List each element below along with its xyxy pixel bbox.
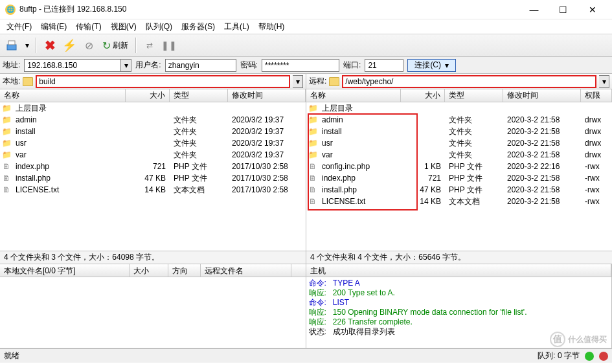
column-header[interactable]: 主机 (306, 264, 612, 277)
local-label: 本地: (3, 76, 20, 87)
lightning-icon[interactable]: ⚡ (61, 37, 78, 54)
address-label: 地址: (3, 60, 20, 71)
window-title: 8uftp - 已连接到 192.168.8.150 (19, 4, 519, 15)
delete-icon[interactable]: ✖ (41, 37, 58, 54)
remote-path-input[interactable]: /web/typecho/ (342, 75, 596, 88)
folder-icon: 📁 (308, 139, 318, 148)
menu-item[interactable]: 工具(L) (220, 20, 253, 34)
column-header[interactable]: 本地文件名[0/0 字节] (0, 264, 130, 277)
column-header[interactable]: 权限 (581, 89, 612, 102)
file-icon: 🗎 (1, 185, 12, 194)
file-icon: 🗎 (1, 174, 12, 183)
user-label: 用户名: (135, 60, 161, 71)
column-header[interactable]: 大小 (130, 264, 168, 277)
remote-path-dropdown-icon[interactable]: ▾ (599, 75, 609, 88)
column-header[interactable]: 修改时间 (503, 89, 581, 102)
up-icon: 📁 (1, 104, 12, 113)
file-row[interactable]: 📁usr文件夹2020-3-2 21:58drwx (306, 137, 612, 149)
column-header[interactable]: 类型 (170, 89, 228, 102)
local-path-input[interactable]: build (36, 75, 290, 88)
connect-button[interactable]: 连接(C)▾ (407, 59, 456, 72)
maximize-button[interactable]: ☐ (549, 1, 578, 19)
menu-item[interactable]: 视图(V) (107, 20, 141, 34)
menu-item[interactable]: 帮助(H) (255, 20, 289, 34)
menu-item[interactable]: 队列(Q) (142, 20, 176, 34)
file-icon: 🗎 (308, 162, 318, 171)
address-input[interactable] (24, 59, 121, 72)
queue-list[interactable] (0, 277, 306, 348)
port-label: 端口: (343, 60, 361, 71)
column-header[interactable]: 修改时间 (228, 89, 306, 102)
status-text: 就绪 (4, 350, 19, 361)
column-header[interactable]: 方向 (168, 264, 201, 277)
file-row[interactable]: 📁usr文件夹2020/3/2 19:37 (0, 137, 306, 149)
watermark: 值什么值得买 (550, 332, 607, 347)
file-row[interactable]: 📁var文件夹2020/3/2 19:37 (0, 149, 306, 161)
pass-label: 密码: (240, 60, 258, 71)
password-input[interactable] (262, 59, 339, 72)
file-row[interactable]: 🗎install.php47 KBPHP 文件2017/10/30 2:58 (0, 172, 306, 184)
folder-icon: 📁 (1, 150, 12, 159)
app-icon: 🌐 (5, 5, 16, 15)
folder-icon: 📁 (308, 127, 318, 136)
stop-icon[interactable]: ⊘ (80, 37, 97, 54)
file-row[interactable]: 🗎index.php721PHP 文件2017/10/30 2:58 (0, 161, 306, 172)
file-row[interactable]: 🗎index.php721PHP 文件2020-3-2 21:58-rwx (306, 172, 612, 184)
menu-item[interactable]: 文件(F) (3, 20, 36, 34)
menu-item[interactable]: 编辑(E) (37, 20, 71, 34)
dropdown-icon[interactable]: ▾ (23, 37, 31, 54)
pause-icon[interactable]: ❚❚ (161, 37, 177, 54)
file-row[interactable]: 🗎LICENSE.txt14 KB文本文档2017/10/30 2:58 (0, 184, 306, 196)
queue-status: 队列: 0 字节 (538, 350, 580, 361)
file-row[interactable]: 📁var文件夹2020-3-2 21:58drwx (306, 149, 612, 161)
username-input[interactable] (165, 59, 236, 72)
file-row[interactable]: 📁install文件夹2020/3/2 19:37 (0, 126, 306, 137)
column-header[interactable]: 大小 (401, 89, 445, 102)
status-dot-green (585, 352, 594, 361)
updir-row[interactable]: 📁上层目录 (306, 102, 612, 114)
folder-icon: 📁 (308, 115, 318, 124)
folder-icon: 📁 (1, 139, 12, 148)
column-header[interactable]: 类型 (445, 89, 503, 102)
minimize-button[interactable]: ― (519, 1, 549, 19)
column-header[interactable]: 名称 (0, 89, 126, 102)
refresh-button[interactable]: ↻刷新 (100, 40, 131, 52)
remote-label: 远程: (309, 76, 326, 87)
file-row[interactable]: 🗎config.inc.php1 KBPHP 文件2020-3-2 22:16-… (306, 161, 612, 172)
updir-row[interactable]: 📁上层目录 (0, 102, 306, 114)
svg-rect-0 (7, 45, 16, 50)
column-header[interactable]: 名称 (306, 89, 401, 102)
toggle1-icon[interactable]: ⇄ (141, 37, 158, 54)
up-icon: 📁 (308, 104, 318, 113)
file-icon: 🗎 (308, 197, 318, 206)
folder-icon (23, 77, 33, 86)
file-row[interactable]: 📁install文件夹2020-3-2 21:58drwx (306, 126, 612, 137)
address-dropdown-icon[interactable]: ▾ (121, 59, 131, 72)
file-row[interactable]: 🗎LICENSE.txt14 KB文本文档2020-3-2 21:58-rwx (306, 196, 612, 207)
local-status: 4 个文件夹和 3 个文件，大小：64098 字节。 (0, 251, 306, 264)
close-button[interactable]: ✕ (578, 1, 607, 19)
folder-icon: 📁 (1, 127, 12, 136)
file-row[interactable]: 📁admin文件夹2020/3/2 19:37 (0, 114, 306, 126)
menu-item[interactable]: 服务器(S) (177, 20, 219, 34)
folder-icon (329, 77, 339, 86)
file-icon: 🗎 (308, 185, 318, 194)
file-icon: 🗎 (1, 162, 12, 171)
file-row[interactable]: 📁admin文件夹2020-3-2 21:58drwx (306, 114, 612, 126)
connect-icon[interactable] (4, 37, 21, 54)
folder-icon: 📁 (308, 150, 318, 159)
folder-icon: 📁 (1, 115, 12, 124)
port-input[interactable] (365, 59, 403, 72)
file-row[interactable]: 🗎install.php47 KBPHP 文件2020-3-2 21:58-rw… (306, 184, 612, 196)
column-header[interactable]: 大小 (126, 89, 170, 102)
column-header[interactable]: 远程文件名 (201, 264, 291, 277)
local-path-dropdown-icon[interactable]: ▾ (293, 75, 303, 88)
menu-item[interactable]: 传输(T) (72, 20, 105, 34)
file-icon: 🗎 (308, 174, 318, 183)
status-dot-red (599, 352, 608, 361)
svg-rect-1 (8, 41, 15, 45)
remote-status: 4 个文件夹和 4 个文件，大小：65646 字节。 (306, 251, 612, 264)
